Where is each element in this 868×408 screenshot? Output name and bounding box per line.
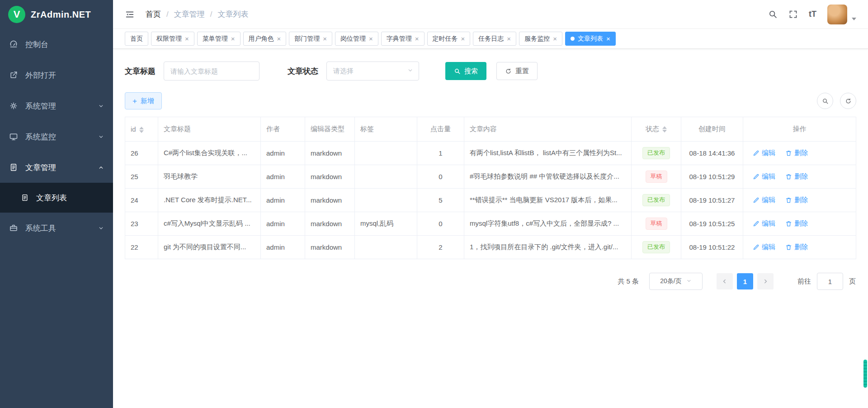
close-icon[interactable]: ×: [185, 35, 189, 42]
status-badge: 已发布: [642, 241, 670, 253]
page-size-select[interactable]: 20条/页: [649, 273, 703, 290]
page-suffix-label: 页: [849, 277, 856, 286]
search-icon[interactable]: [768, 9, 778, 19]
close-icon[interactable]: ×: [507, 35, 511, 42]
close-icon[interactable]: ×: [277, 35, 281, 42]
sidebar-item-article-list[interactable]: 文章列表: [0, 183, 113, 213]
sort-caret-icon[interactable]: [139, 127, 144, 133]
tab-label: 服务监控: [524, 35, 550, 43]
tab-permission-admin[interactable]: 权限管理 ×: [151, 32, 194, 46]
cell-author: admin: [261, 236, 305, 259]
column-header-status[interactable]: 状态: [632, 117, 681, 142]
toggle-search-button[interactable]: [817, 93, 833, 109]
page-number-current[interactable]: 1: [737, 273, 753, 289]
delete-label: 删除: [794, 219, 808, 228]
sidebar-item-external-open[interactable]: 外部打开: [0, 60, 113, 90]
dashboard-icon: [9, 40, 18, 49]
user-avatar[interactable]: [827, 5, 847, 24]
collapse-sidebar-icon[interactable]: [125, 9, 135, 19]
cell-id: 25: [125, 165, 158, 189]
edit-button[interactable]: 编辑: [753, 243, 775, 251]
sidebar-item-system-monitor[interactable]: 系统监控: [0, 121, 113, 152]
table-toolbar-right: [817, 93, 856, 109]
column-header-id[interactable]: id: [125, 117, 158, 142]
goto-page-input[interactable]: [817, 273, 843, 290]
tab-service-monitor[interactable]: 服务监控 ×: [519, 32, 562, 46]
cell-tags: [355, 189, 417, 212]
table-row: 24 .NET Core 发布时提示.NET... admin markdown…: [125, 189, 856, 212]
breadcrumb-article-list: 文章列表: [217, 9, 248, 19]
delete-button[interactable]: 删除: [785, 172, 808, 181]
edit-button[interactable]: 编辑: [753, 196, 775, 204]
delete-button[interactable]: 删除: [785, 219, 808, 228]
tab-home[interactable]: 首页: [125, 32, 148, 46]
edit-button[interactable]: 编辑: [753, 172, 775, 181]
close-icon[interactable]: ×: [323, 35, 327, 42]
tab-post-admin[interactable]: 岗位管理 ×: [335, 32, 378, 46]
cell-title: c#写入Mysql中文显示乱码 ...: [158, 212, 261, 236]
sidebar-item-dashboard[interactable]: 控制台: [0, 29, 113, 60]
table-row: 23 c#写入Mysql中文显示乱码 ... admin markdown my…: [125, 212, 856, 236]
breadcrumb-article-admin[interactable]: 文章管理: [174, 9, 205, 19]
sidebar-item-article-admin[interactable]: 文章管理: [0, 152, 113, 183]
article-status-select[interactable]: 请选择: [326, 62, 419, 81]
next-page-button[interactable]: [757, 273, 774, 289]
delete-button[interactable]: 删除: [785, 196, 808, 204]
breadcrumb-home[interactable]: 首页: [146, 9, 161, 19]
cell-status: 已发布: [632, 236, 681, 259]
close-icon[interactable]: ×: [606, 35, 610, 42]
prev-page-button[interactable]: [717, 273, 733, 289]
delete-button[interactable]: 删除: [785, 243, 808, 251]
sort-caret-icon[interactable]: [662, 126, 667, 133]
monitor-icon: [9, 132, 18, 141]
edit-button[interactable]: 编辑: [753, 149, 775, 157]
tab-article-list[interactable]: 文章列表 ×: [565, 32, 616, 46]
delete-button[interactable]: 删除: [785, 149, 808, 157]
cell-id: 26: [125, 142, 158, 165]
close-icon[interactable]: ×: [461, 35, 465, 42]
tab-dept-admin[interactable]: 部门管理 ×: [289, 32, 332, 46]
topbar-actions: tT: [768, 5, 856, 24]
tab-task-logs[interactable]: 任务日志 ×: [473, 32, 516, 46]
close-icon[interactable]: ×: [369, 35, 373, 42]
column-header-title: 文章标题: [158, 117, 261, 142]
sidebar-item-label: 文章管理: [25, 162, 56, 173]
reset-button[interactable]: 重置: [496, 62, 538, 80]
cell-content: 1，找到项目所在目录下的 .git/文件夹，进入.git/...: [464, 236, 632, 259]
article-title-input[interactable]: [164, 62, 259, 81]
breadcrumb-separator: /: [210, 10, 212, 19]
fullscreen-icon[interactable]: [788, 9, 798, 19]
gear-icon: [9, 101, 18, 110]
total-count-label: 共 5 条: [618, 277, 639, 286]
add-button[interactable]: + 新增: [125, 92, 162, 109]
edit-button[interactable]: 编辑: [753, 219, 775, 228]
sidebar-item-system-tools[interactable]: 系统工具: [0, 213, 113, 243]
edit-label: 编辑: [762, 196, 775, 204]
sidebar-item-label: 系统管理: [25, 101, 56, 111]
font-size-icon[interactable]: tT: [809, 9, 816, 19]
sidebar-menu: 控制台 外部打开 系统管理 系统监控: [0, 29, 113, 243]
refresh-table-button[interactable]: [840, 93, 856, 109]
search-button[interactable]: 搜索: [445, 62, 486, 80]
tab-dict-admin[interactable]: 字典管理 ×: [381, 32, 425, 46]
tab-label: 岗位管理: [340, 35, 366, 43]
topbar: 首页 / 文章管理 / 文章列表 tT: [113, 0, 868, 29]
tab-user-role[interactable]: 用户角色 ×: [243, 32, 287, 46]
close-icon[interactable]: ×: [415, 35, 419, 42]
user-menu-caret-icon[interactable]: [852, 18, 856, 20]
column-header-editor-type: 编辑器类型: [305, 117, 355, 142]
column-header-author: 作者: [261, 117, 305, 142]
tab-scheduled-tasks[interactable]: 定时任务 ×: [427, 32, 471, 46]
tab-menu-admin[interactable]: 菜单管理 ×: [197, 32, 241, 46]
chevron-down-icon: [407, 67, 413, 75]
close-icon[interactable]: ×: [231, 35, 235, 42]
sidebar-item-label: 文章列表: [36, 193, 67, 203]
status-badge: 已发布: [642, 194, 670, 206]
cell-author: admin: [261, 165, 305, 189]
scrollbar-thumb[interactable]: [863, 360, 867, 388]
tab-label: 定时任务: [433, 35, 458, 43]
close-icon[interactable]: ×: [553, 35, 557, 42]
column-header-created: 创建时间: [681, 117, 743, 142]
sidebar-item-system-admin[interactable]: 系统管理: [0, 90, 113, 121]
delete-label: 删除: [794, 172, 808, 181]
